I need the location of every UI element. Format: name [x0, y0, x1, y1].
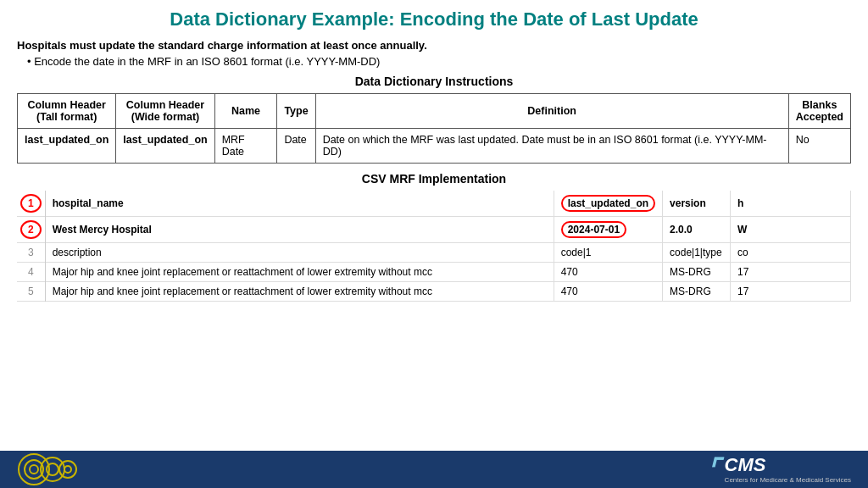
csv-cell-last-updated: 2024-07-01 — [554, 217, 662, 243]
col-header-wide: Column Header(Wide format) — [116, 94, 214, 129]
table-row: 3 description code|1 code|1|type co — [17, 243, 851, 263]
row-number: 4 — [17, 263, 45, 282]
cell-col-tall: last_updated_on — [18, 129, 116, 164]
row-circle-1: 1 — [20, 194, 42, 213]
subtitle-text: Hospitals must update the standard charg… — [17, 39, 851, 52]
csv-cell-version: MS-DRG — [663, 282, 731, 302]
cell-blanks: No — [788, 129, 850, 164]
table-row: 5 Major hip and knee joint replacement o… — [17, 282, 851, 302]
data-dictionary-table: Column Header(Tall format) Column Header… — [17, 93, 851, 164]
csv-cell-other: h — [731, 191, 851, 217]
page-title: Data Dictionary Example: Encoding the Da… — [17, 8, 851, 30]
csv-cell-version: MS-DRG — [663, 263, 731, 282]
oval-date: 2024-07-01 — [561, 221, 626, 238]
cms-logo-area: ⌜ CMS Centers for Medicare & Medicaid Se… — [707, 453, 851, 485]
col-header-name: Name — [214, 94, 277, 129]
footer-bar: ⌜ CMS Centers for Medicare & Medicaid Se… — [0, 451, 868, 488]
oval-last-updated: last_updated_on — [561, 195, 655, 212]
footer-circles-svg — [17, 452, 85, 486]
csv-cell-last-updated: 470 — [554, 263, 662, 282]
csv-cell-version: 2.0.0 — [663, 217, 731, 243]
csv-cell-last-updated: 470 — [554, 282, 662, 302]
svg-point-6 — [64, 466, 71, 473]
row-number: 2 — [17, 217, 45, 243]
svg-point-2 — [30, 465, 38, 474]
table-row: 4 Major hip and knee joint replacement o… — [17, 263, 851, 282]
cms-c-letter: ⌜ — [707, 453, 720, 485]
csv-cell-other: 17 — [731, 282, 851, 302]
cell-col-wide: last_updated_on — [116, 129, 214, 164]
table-row: 1 hospital_name last_updated_on version … — [17, 191, 851, 217]
svg-point-5 — [59, 461, 76, 478]
row-number: 5 — [17, 282, 45, 302]
cms-logo-text-block: CMS Centers for Medicare & Medicaid Serv… — [725, 454, 851, 485]
col-header-type: Type — [277, 94, 315, 129]
csv-cell-other: 17 — [731, 263, 851, 282]
svg-point-3 — [41, 458, 64, 481]
csv-cell-col-a: Major hip and knee joint replacement or … — [45, 263, 554, 282]
csv-cell-version: version — [663, 191, 731, 217]
csv-cell-col-a: hospital_name — [45, 191, 554, 217]
csv-section-title: CSV MRF Implementation — [17, 172, 851, 186]
bullet-text: Encode the date in the MRF in an ISO 860… — [27, 55, 851, 68]
csv-cell-last-updated: code|1 — [554, 243, 662, 263]
csv-table: 1 hospital_name last_updated_on version … — [17, 191, 851, 302]
cell-name: MRF Date — [214, 129, 277, 164]
row-number: 1 — [17, 191, 45, 217]
row-number: 3 — [17, 243, 45, 263]
csv-cell-col-a: description — [45, 243, 554, 263]
col-header-definition: Definition — [315, 94, 788, 129]
main-content: Data Dictionary Example: Encoding the Da… — [0, 0, 868, 451]
csv-cell-version: code|1|type — [663, 243, 731, 263]
csv-cell-col-a: West Mercy Hospital — [45, 217, 554, 243]
cell-definition: Date on which the MRF was last updated. … — [315, 129, 788, 164]
cms-logo-subtitle: Centers for Medicare & Medicaid Services — [725, 476, 851, 485]
col-header-blanks: BlanksAccepted — [788, 94, 850, 129]
dict-section-title: Data Dictionary Instructions — [17, 75, 851, 88]
table-row: 2 West Mercy Hospital 2024-07-01 2.0.0 W — [17, 217, 851, 243]
csv-cell-other: co — [731, 243, 851, 263]
col-header-tall: Column Header(Tall format) — [18, 94, 116, 129]
cms-logo-label: CMS — [725, 454, 766, 475]
csv-cell-other: W — [731, 217, 851, 243]
row-circle-2: 2 — [20, 220, 42, 239]
footer-decoration — [17, 452, 85, 486]
csv-cell-last-updated: last_updated_on — [554, 191, 662, 217]
page: Data Dictionary Example: Encoding the Da… — [0, 0, 868, 488]
table-row: last_updated_on last_updated_on MRF Date… — [18, 129, 851, 164]
cell-type: Date — [277, 129, 315, 164]
svg-point-0 — [19, 454, 49, 485]
csv-cell-col-a: Major hip and knee joint replacement or … — [45, 282, 554, 302]
